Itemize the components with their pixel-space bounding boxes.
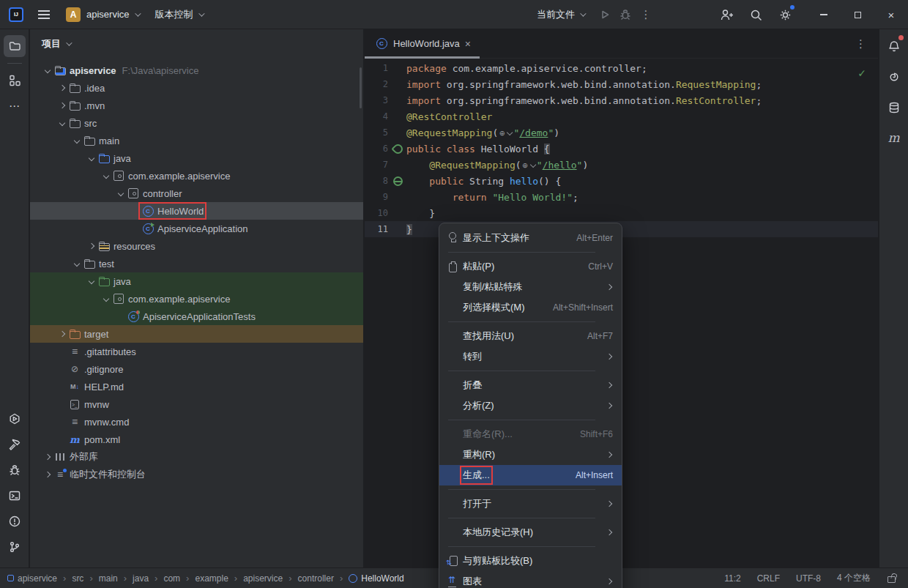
tree-chevron-icon[interactable] <box>56 433 68 445</box>
tree-row[interactable]: src <box>30 114 364 132</box>
tree-chevron-icon[interactable] <box>115 187 127 199</box>
tree-chevron-icon[interactable] <box>56 363 68 375</box>
close-icon[interactable]: × <box>874 0 908 29</box>
menu-item[interactable]: 列选择模式(M) Alt+Shift+Insert <box>439 297 622 318</box>
menu-item[interactable] <box>439 367 622 375</box>
code-line[interactable]: 4 @RestController <box>365 108 878 124</box>
code-line[interactable]: 10 } <box>365 205 878 221</box>
menu-item[interactable]: 显示上下文操作 Alt+Enter <box>439 228 622 248</box>
tree-chevron-icon[interactable] <box>56 381 68 392</box>
gutter-icon[interactable] <box>392 159 403 171</box>
tree-row[interactable]: java <box>30 272 364 290</box>
terminal-icon[interactable] <box>4 485 26 507</box>
minimize-icon[interactable] <box>807 0 841 29</box>
tree-row[interactable]: java <box>30 149 364 167</box>
maximize-icon[interactable] <box>841 0 874 29</box>
breadcrumb-item[interactable]: apiservice <box>7 573 57 584</box>
tree-chevron-icon[interactable] <box>115 310 127 322</box>
menu-item[interactable]: 生成... Alt+Insert <box>439 465 622 485</box>
code-line[interactable]: 9 return "Hello World!"; <box>365 189 878 205</box>
kebab-icon[interactable]: ⋮ <box>636 4 656 25</box>
breadcrumb-item[interactable]: example <box>180 573 228 584</box>
maven-icon[interactable]: m <box>883 127 905 149</box>
encoding-widget[interactable]: UTF-8 <box>796 573 821 584</box>
tree-row[interactable]: .idea <box>30 79 364 97</box>
debug-icon[interactable] <box>615 4 636 25</box>
code-line[interactable]: 8 public String hello() { <box>365 173 878 189</box>
line-ending-widget[interactable]: CRLF <box>757 573 780 584</box>
scrollbar-thumb[interactable] <box>360 67 362 108</box>
tree-row[interactable]: .gitignore <box>30 360 364 378</box>
menu-item[interactable]: 图表 <box>439 571 622 588</box>
tree-chevron-icon[interactable] <box>100 293 112 305</box>
tree-row[interactable]: apiservice F:\Java\apiservice <box>30 62 364 79</box>
code-line[interactable]: 3 import org.springframework.web.bind.an… <box>365 92 878 108</box>
breadcrumb-item[interactable]: main <box>83 573 117 584</box>
menu-item[interactable]: 转到 <box>439 346 622 367</box>
menu-item[interactable]: 与剪贴板比较(B) <box>439 551 622 571</box>
breadcrumb-item[interactable]: HelloWorld <box>334 573 404 584</box>
debug-bug-icon[interactable] <box>4 459 26 481</box>
menu-item[interactable] <box>439 514 622 522</box>
problems-icon[interactable] <box>4 510 26 532</box>
menu-item[interactable]: 本地历史记录(H) <box>439 522 622 543</box>
menu-item[interactable] <box>439 543 622 551</box>
project-selector[interactable]: apiservice <box>86 9 130 20</box>
gutter-icon[interactable] <box>392 191 403 203</box>
git-branch-icon[interactable] <box>4 536 26 558</box>
editor-kebab-icon[interactable]: ⋮ <box>855 37 866 51</box>
tree-row[interactable]: HELP.md <box>30 378 364 395</box>
breadcrumb-item[interactable]: src <box>57 573 83 584</box>
tree-row[interactable]: resources <box>30 237 364 255</box>
run-config-selector[interactable]: 当前文件 <box>537 8 575 21</box>
database-icon[interactable] <box>883 97 905 119</box>
tree-row[interactable]: main <box>30 132 364 149</box>
tree-row[interactable]: HelloWorld <box>30 202 364 220</box>
tree-chevron-icon[interactable] <box>42 451 53 463</box>
indent-widget[interactable]: 4 个空格 <box>837 572 871 584</box>
tree-row[interactable]: mvnw.cmd <box>30 413 364 431</box>
tree-row[interactable]: test <box>30 255 364 272</box>
tree-chevron-icon[interactable] <box>130 205 141 217</box>
tree-chevron-icon[interactable] <box>56 328 68 340</box>
tree-row[interactable]: target <box>30 325 364 343</box>
tree-chevron-icon[interactable] <box>130 223 141 234</box>
tree-row[interactable]: ApiserviceApplicationTests <box>30 308 364 325</box>
tree-chevron-icon[interactable] <box>71 135 83 146</box>
gutter-icon[interactable] <box>392 78 403 90</box>
more-icon[interactable]: ⋯ <box>4 95 26 117</box>
tree-chevron-icon[interactable] <box>42 64 53 76</box>
lock-icon[interactable] <box>887 573 896 583</box>
code-line[interactable]: 7 @RequestMapping("/hello") <box>365 157 878 173</box>
menu-item[interactable]: 重命名(R)... Shift+F6 <box>439 424 622 444</box>
menu-item[interactable]: 复制/粘贴特殊 <box>439 277 622 297</box>
menu-item[interactable]: 粘贴(P) Ctrl+V <box>439 256 622 277</box>
menu-item[interactable] <box>439 248 622 256</box>
tree-chevron-icon[interactable] <box>86 152 97 164</box>
tree-row[interactable]: ApiserviceApplication <box>30 220 364 237</box>
menu-item[interactable]: 折叠 <box>439 375 622 395</box>
gutter-icon[interactable] <box>392 111 403 122</box>
gutter-icon[interactable] <box>392 207 403 219</box>
tree-chevron-icon[interactable] <box>86 240 97 252</box>
tree-row[interactable]: 外部库 <box>30 448 364 466</box>
code-line[interactable]: 1 package com.example.apiservice.control… <box>365 60 878 76</box>
breadcrumb-item[interactable]: com <box>149 573 180 584</box>
tree-chevron-icon[interactable] <box>56 82 68 94</box>
breadcrumb-item[interactable]: controller <box>283 573 334 584</box>
structure-icon[interactable] <box>4 70 26 92</box>
menu-item[interactable]: 重构(R) <box>439 444 622 465</box>
settings-gear-icon[interactable] <box>775 4 795 25</box>
vcs-menu[interactable]: 版本控制 <box>155 8 203 21</box>
gutter-icon[interactable] <box>392 127 403 138</box>
run-icon[interactable] <box>4 408 26 430</box>
project-folder-icon[interactable] <box>4 35 26 57</box>
tree-row[interactable]: controller <box>30 185 364 202</box>
build-hammer-icon[interactable] <box>4 433 26 455</box>
tree-chevron-icon[interactable] <box>56 398 68 410</box>
tree-row[interactable]: com.example.apiservice <box>30 167 364 185</box>
tree-chevron-icon[interactable] <box>42 469 53 480</box>
tab-helloworld-java[interactable]: HelloWorld.java × <box>365 29 480 59</box>
tree-row[interactable]: com.example.apiservice <box>30 290 364 308</box>
tree-chevron-icon[interactable] <box>56 117 68 129</box>
